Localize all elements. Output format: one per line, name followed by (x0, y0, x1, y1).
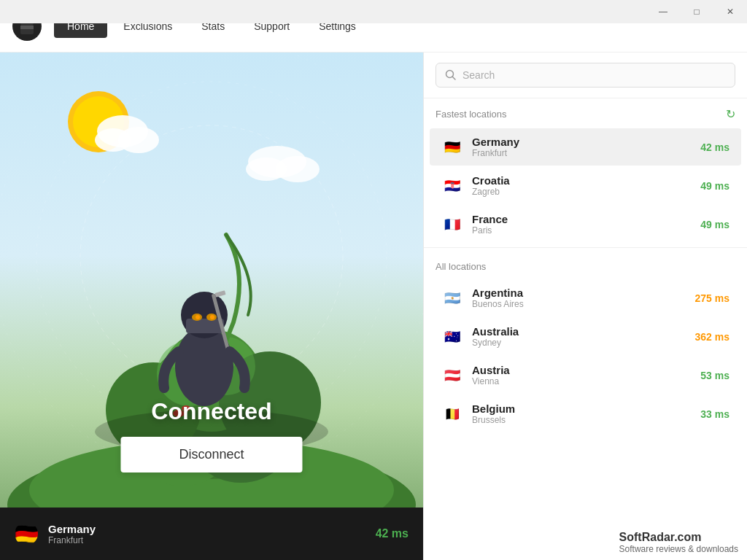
location-city-vienna: Vienna (472, 376, 692, 386)
refresh-button[interactable]: ↻ (726, 107, 735, 121)
location-city-brussels: Brussels (472, 415, 692, 425)
svg-rect-35 (214, 290, 225, 297)
location-city-zagreb: Zagreb (472, 187, 692, 197)
location-ms-croatia: 49 ms (700, 180, 729, 192)
location-details-austria: Austria Vienna (472, 364, 692, 386)
right-panel: Fastest locations ↻ 🇩🇪 Germany Frankfurt… (423, 52, 747, 560)
left-panel: Connected Disconnect 🇩🇪 Germany Frankfur… (0, 52, 423, 560)
flag-austria: 🇦🇹 (441, 365, 463, 386)
location-ms-belgium: 33 ms (700, 408, 729, 420)
status-country: Germany (48, 523, 365, 535)
location-name-france: France (472, 213, 692, 225)
location-name-australia: Australia (472, 325, 686, 338)
location-item-france[interactable]: 🇫🇷 France Paris 49 ms (430, 206, 741, 243)
location-details-belgium: Belgium Brussels (472, 402, 692, 425)
divider-1 (424, 247, 747, 248)
location-details-germany: Germany Frankfurt (472, 136, 692, 158)
flag-argentina: 🇦🇷 (441, 287, 463, 309)
status-city: Frankfurt (48, 535, 365, 545)
location-item-germany[interactable]: 🇩🇪 Germany Frankfurt 42 ms (430, 128, 741, 166)
location-details-france: France Paris (472, 213, 692, 236)
location-ms-argentina: 275 ms (695, 292, 729, 304)
search-container (424, 52, 747, 98)
location-item-australia[interactable]: 🇦🇺 Australia Sydney 362 ms (430, 318, 741, 355)
search-input[interactable] (462, 69, 726, 81)
location-ms-germany: 42 ms (700, 141, 729, 153)
svg-point-16 (246, 158, 287, 181)
location-city-buenosaires: Buenos Aires (472, 299, 686, 309)
svg-point-32 (196, 315, 200, 319)
maximize-button[interactable]: □ (680, 0, 713, 23)
location-item-croatia[interactable]: 🇭🇷 Croatia Zagreb 49 ms (430, 167, 741, 204)
location-name-croatia: Croatia (472, 174, 692, 187)
status-latency: 42 ms (376, 527, 409, 540)
location-city-paris: Paris (472, 225, 692, 236)
location-name-germany: Germany (472, 136, 692, 148)
location-city-frankfurt: Frankfurt (472, 148, 692, 158)
flag-australia: 🇦🇺 (441, 326, 463, 348)
svg-point-13 (95, 128, 131, 152)
location-item-belgium[interactable]: 🇧🇪 Belgium Brussels 33 ms (430, 395, 741, 432)
flag-croatia: 🇭🇷 (441, 175, 463, 197)
all-section-title: All locations (436, 261, 486, 272)
svg-rect-5 (20, 26, 34, 29)
disconnect-button[interactable]: Disconnect (120, 437, 302, 472)
location-details-argentina: Argentina Buenos Aires (472, 287, 686, 309)
flag-germany: 🇩🇪 (441, 136, 463, 158)
status-bar: 🇩🇪 Germany Frankfurt 42 ms (0, 508, 423, 560)
location-name-austria: Austria (472, 364, 692, 376)
location-city-sydney: Sydney (472, 338, 686, 348)
location-details-australia: Australia Sydney (472, 325, 686, 348)
flag-france: 🇫🇷 (441, 214, 463, 236)
fastest-section-header: Fastest locations ↻ (424, 98, 747, 127)
location-ms-austria: 53 ms (700, 370, 729, 381)
location-name-argentina: Argentina (472, 287, 686, 299)
status-flag: 🇩🇪 (15, 522, 38, 545)
titlebar: — □ ✕ (0, 0, 747, 23)
fastest-section-title: Fastest locations (436, 109, 507, 120)
location-details-croatia: Croatia Zagreb (472, 174, 692, 197)
location-ms-france: 49 ms (700, 219, 729, 230)
svg-rect-29 (186, 319, 224, 333)
connected-status-text: Connected (151, 398, 271, 425)
flag-belgium: 🇧🇪 (441, 403, 463, 425)
search-icon (445, 69, 457, 81)
close-button[interactable]: ✕ (713, 0, 747, 23)
search-box (436, 63, 735, 88)
svg-point-33 (210, 315, 214, 319)
minimize-button[interactable]: — (646, 0, 680, 23)
scene-illustration (0, 52, 423, 560)
all-section-header: All locations (424, 252, 747, 278)
location-name-belgium: Belgium (472, 402, 692, 415)
location-item-austria[interactable]: 🇦🇹 Austria Vienna 53 ms (430, 357, 741, 394)
location-ms-australia: 362 ms (695, 331, 729, 343)
location-item-argentina[interactable]: 🇦🇷 Argentina Buenos Aires 275 ms (430, 279, 741, 316)
status-info: Germany Frankfurt (48, 523, 365, 545)
